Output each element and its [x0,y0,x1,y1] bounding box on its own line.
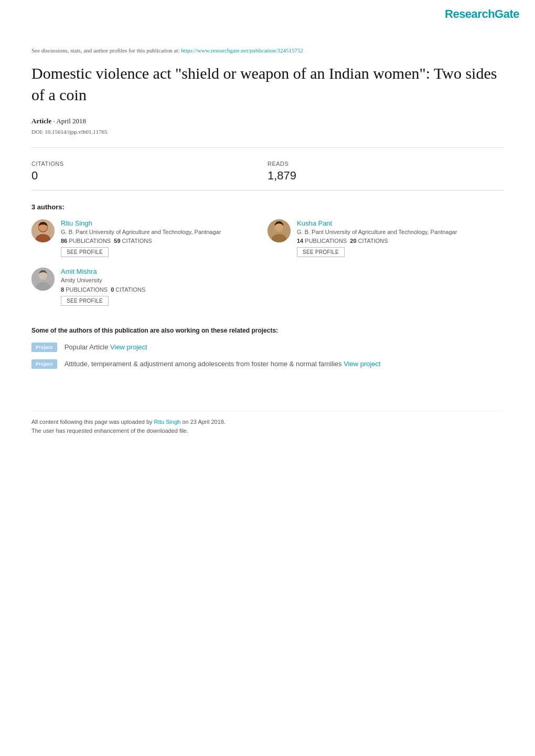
project-badge-1: Project [31,343,57,352]
stats-row: CITATIONS 0 READS 1,879 [31,153,504,190]
author-card-amit-mishra: Amit Mishra Amity University 8 PUBLICATI… [31,268,504,316]
author-name-amit-mishra[interactable]: Amit Mishra [61,268,504,275]
citations-label: CITATIONS [31,161,268,167]
avatar-ritu-singh [31,219,55,242]
researchgate-logo: ResearchGate [445,7,519,20]
footer-uploaded: All content following this page was uplo… [31,419,504,425]
footer-bar: All content following this page was uplo… [31,411,504,434]
avatar-amit-mishra [31,268,55,291]
project-item-2: Project Attitude, temperament & adjustme… [31,359,504,369]
authors-section: 3 authors: Ritu Singh G. B. Pant Univers… [31,203,504,316]
article-title: Domestic violence act "shield or weapon … [31,63,504,105]
author-affiliation-kusha-pant: G. B. Pant University of Agriculture and… [297,228,504,236]
authors-grid: Ritu Singh G. B. Pant University of Agri… [31,219,504,316]
publication-link[interactable]: https://www.researchgate.net/publication… [181,47,303,54]
reads-block: READS 1,879 [268,153,504,190]
project-link-2[interactable]: View project [344,360,381,368]
author-card-kusha-pant: Kusha Pant G. B. Pant University of Agri… [268,219,504,268]
project-badge-2: Project [31,359,57,369]
footer-disclaimer: The user has requested enhancement of th… [31,428,504,434]
author-info-ritu-singh: Ritu Singh G. B. Pant University of Agri… [61,219,268,257]
see-profile-button-ritu-singh[interactable]: SEE PROFILE [61,247,109,257]
author-name-kusha-pant[interactable]: Kusha Pant [297,219,504,227]
project-link-1[interactable]: View project [110,343,147,351]
project-text-2: Attitude, temperament & adjustment among… [65,360,381,368]
author-info-kusha-pant: Kusha Pant G. B. Pant University of Agri… [297,219,504,257]
related-projects-section: Some of the authors of this publication … [31,327,504,369]
authors-heading: 3 authors: [31,203,504,211]
footer-uploader-link[interactable]: Ritu Singh [154,419,181,425]
article-meta: Article · April 2018 [31,117,504,125]
see-discussions-bar: See discussions, stats, and author profi… [31,47,504,54]
author-name-ritu-singh[interactable]: Ritu Singh [61,219,268,227]
project-item-1: Project Popular Article View project [31,343,504,352]
reads-label: READS [268,161,504,167]
see-profile-button-amit-mishra[interactable]: SEE PROFILE [61,296,109,306]
citations-block: CITATIONS 0 [31,153,268,190]
see-profile-button-kusha-pant[interactable]: SEE PROFILE [297,247,345,257]
avatar-kusha-pant [268,219,291,242]
author-affiliation-ritu-singh: G. B. Pant University of Agriculture and… [61,228,268,236]
author-affiliation-amit-mishra: Amity University [61,276,504,284]
project-text-1: Popular Article View project [65,343,147,351]
reads-value: 1,879 [268,169,504,183]
author-stats-kusha-pant: 14 PUBLICATIONS 20 CITATIONS [297,238,504,244]
doi: DOI: 10.15614/ijpp.v9i01.11765 [31,129,504,135]
author-info-amit-mishra: Amit Mishra Amity University 8 PUBLICATI… [61,268,504,305]
author-stats-amit-mishra: 8 PUBLICATIONS 0 CITATIONS [61,286,504,293]
citations-value: 0 [31,169,268,183]
related-projects-label: Some of the authors of this publication … [31,327,504,334]
author-card-ritu-singh: Ritu Singh G. B. Pant University of Agri… [31,219,268,268]
author-stats-ritu-singh: 86 PUBLICATIONS 59 CITATIONS [61,238,268,244]
